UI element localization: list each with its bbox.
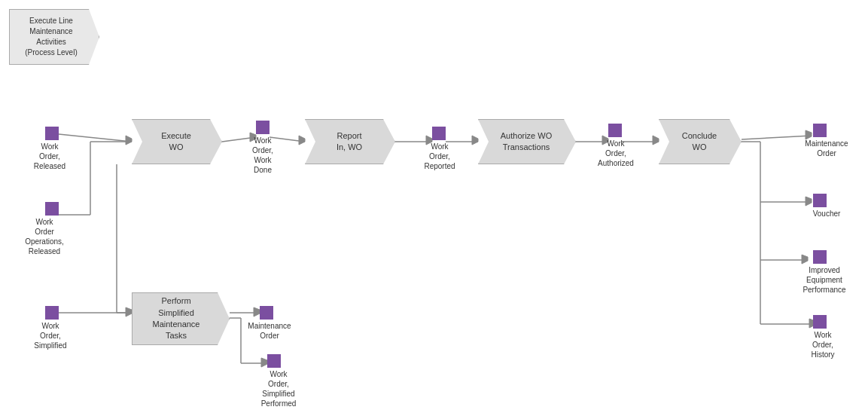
flow-arrows [0, 0, 868, 419]
header-title: Execute LineMaintenanceActivities(Proces… [9, 9, 99, 65]
wo-simplified-performed-label: WorkOrder,SimplifiedPerformed [248, 369, 309, 408]
wo-history-label: WorkOrder,History [796, 330, 849, 359]
wo-work-done-icon [256, 121, 270, 134]
conclude-wo-process: ConcludeWO [659, 119, 742, 164]
svg-marker-16 [653, 136, 659, 145]
authorize-wo-process: Authorize WOTransactions [478, 119, 576, 164]
wo-simplified-performed-icon [267, 354, 281, 368]
svg-marker-22 [806, 197, 812, 206]
wo-simplified-label: WorkOrder,Simplified [27, 321, 74, 350]
wo-operations-released-icon [45, 202, 59, 216]
wo-history-icon [813, 315, 827, 329]
wo-simplified-icon [45, 306, 59, 320]
svg-marker-32 [254, 307, 260, 317]
svg-marker-25 [802, 255, 808, 264]
maintenance-order-mid-label: MaintenanceOrder [241, 321, 298, 341]
wo-authorized-label: WorkOrder,Authorized [592, 139, 640, 168]
wo-work-done-label: WorkOrder,WorkDone [241, 136, 285, 175]
svg-marker-12 [472, 136, 478, 145]
work-order-released-icon [45, 127, 59, 140]
maintenance-order-mid-icon [260, 306, 273, 320]
diagram: Execute LineMaintenanceActivities(Proces… [0, 0, 868, 419]
maintenance-order-out-icon [813, 124, 827, 137]
svg-marker-36 [261, 358, 267, 367]
report-in-wo-process: ReportIn, WO [305, 119, 395, 164]
svg-marker-1 [126, 136, 132, 145]
wo-authorized-icon [608, 124, 622, 137]
voucher-icon [813, 194, 827, 207]
wo-operations-released-label: WorkOrderOperations,Released [15, 217, 74, 256]
improved-equipment-label: ImprovedEquipmentPerformance [790, 265, 858, 295]
execute-wo-process: ExecuteWO [132, 119, 222, 164]
voucher-label: Voucher [804, 209, 849, 219]
header-chevron: Execute LineMaintenanceActivities(Proces… [9, 9, 99, 65]
perform-simplified-process: PerformSimplifiedMaintenanceTasks [132, 292, 230, 345]
work-order-released-label: WorkOrder,Released [27, 142, 72, 171]
svg-marker-8 [299, 136, 305, 145]
improved-equipment-icon [813, 250, 827, 264]
wo-reported-label: WorkOrder,Reported [417, 142, 462, 171]
maintenance-order-out-label: MaintenanceOrder [796, 139, 857, 158]
wo-reported-icon [432, 127, 446, 140]
svg-line-0 [59, 134, 132, 142]
svg-marker-30 [126, 307, 132, 317]
